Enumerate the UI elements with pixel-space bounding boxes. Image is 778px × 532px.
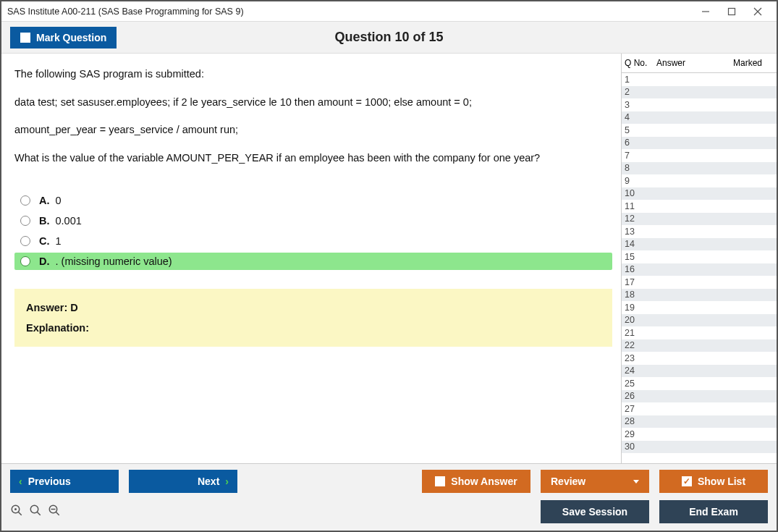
option-label: B. 0.001 <box>39 215 82 227</box>
svg-point-7 <box>30 505 38 513</box>
col-header-qno: Q No. <box>622 54 654 72</box>
question-row[interactable]: 28 <box>622 415 777 428</box>
qno-cell: 6 <box>622 138 654 148</box>
question-line-3: amount_per_year = years_service / amount… <box>14 121 612 139</box>
question-row[interactable]: 10 <box>622 187 777 200</box>
sidebar-body[interactable]: 1234567891011121314151617181920212223242… <box>622 73 777 463</box>
qno-cell: 28 <box>622 416 654 426</box>
question-row[interactable]: 25 <box>622 377 777 390</box>
radio-icon[interactable] <box>20 216 30 226</box>
next-label: Next <box>198 476 219 487</box>
zoom-reset-icon[interactable] <box>10 504 23 520</box>
previous-label: Previous <box>28 476 71 487</box>
maximize-button[interactable] <box>719 3 745 20</box>
question-row[interactable]: 11 <box>622 200 777 213</box>
qno-cell: 4 <box>622 112 654 122</box>
question-row[interactable]: 18 <box>622 289 777 302</box>
previous-button[interactable]: ‹ Previous <box>10 470 119 493</box>
zoom-in-icon[interactable] <box>29 504 42 520</box>
radio-icon[interactable] <box>20 195 30 206</box>
minimize-button[interactable] <box>693 3 719 20</box>
option-c[interactable]: C. 1 <box>14 232 612 250</box>
qno-cell: 15 <box>622 252 654 262</box>
mark-question-button[interactable]: Mark Question <box>10 27 117 48</box>
radio-icon[interactable] <box>20 256 30 266</box>
qno-cell: 13 <box>622 227 654 237</box>
col-header-marked: Marked <box>730 54 777 72</box>
body: The following SAS program is submitted: … <box>1 54 777 463</box>
question-row[interactable]: 3 <box>622 98 777 111</box>
question-row[interactable]: 1 <box>622 73 777 86</box>
qno-cell: 23 <box>622 353 654 363</box>
footer: ‹ Previous Next › Show Answer Review ✓ S… <box>1 463 777 531</box>
app-window: SAS Institute A00-211 (SAS Base Programm… <box>0 0 778 532</box>
radio-icon[interactable] <box>20 236 30 246</box>
question-line-4: What is the value of the variable AMOUNT… <box>14 149 612 167</box>
review-button[interactable]: Review <box>541 470 649 493</box>
question-row[interactable]: 16 <box>622 263 777 276</box>
question-row[interactable]: 6 <box>622 137 777 150</box>
qno-cell: 29 <box>622 429 654 439</box>
question-row[interactable]: 17 <box>622 276 777 289</box>
question-list-sidebar: Q No. Answer Marked 12345678910111213141… <box>621 54 777 463</box>
question-row[interactable]: 5 <box>622 124 777 137</box>
option-b[interactable]: B. 0.001 <box>14 212 612 229</box>
zoom-out-icon[interactable] <box>48 504 61 520</box>
question-row[interactable]: 20 <box>622 314 777 327</box>
question-row[interactable]: 24 <box>622 365 777 378</box>
question-row[interactable]: 27 <box>622 402 777 415</box>
svg-rect-1 <box>729 8 735 14</box>
question-row[interactable]: 26 <box>622 390 777 403</box>
question-text: The following SAS program is submitted: … <box>14 65 612 177</box>
show-answer-button[interactable]: Show Answer <box>422 470 530 493</box>
question-row[interactable]: 13 <box>622 225 777 238</box>
end-exam-label: End Exam <box>689 506 738 518</box>
question-row[interactable]: 14 <box>622 238 777 251</box>
question-row[interactable]: 21 <box>622 326 777 339</box>
checkbox-icon <box>20 33 30 43</box>
qno-cell: 27 <box>622 404 654 414</box>
qno-cell: 2 <box>622 87 654 97</box>
question-row[interactable]: 19 <box>622 301 777 314</box>
show-list-button[interactable]: ✓ Show List <box>659 470 768 493</box>
titlebar: SAS Institute A00-211 (SAS Base Programm… <box>1 1 777 22</box>
mark-question-label: Mark Question <box>36 32 106 43</box>
close-button[interactable] <box>745 3 771 20</box>
col-header-answer: Answer <box>654 54 730 72</box>
question-row[interactable]: 2 <box>622 86 777 99</box>
zoom-controls <box>10 504 61 520</box>
question-row[interactable]: 30 <box>622 441 777 454</box>
qno-cell: 5 <box>622 125 654 135</box>
question-row[interactable]: 23 <box>622 352 777 365</box>
option-label: A. 0 <box>39 195 62 206</box>
question-line-2: data test; set sasuser.employees; if 2 l… <box>14 93 612 111</box>
show-list-label: Show List <box>698 476 745 487</box>
question-row[interactable]: 22 <box>622 339 777 352</box>
show-answer-label: Show Answer <box>451 476 517 487</box>
question-row[interactable]: 15 <box>622 250 777 263</box>
qno-cell: 12 <box>622 214 654 224</box>
qno-cell: 19 <box>622 303 654 313</box>
chevron-right-icon: › <box>225 476 229 487</box>
option-d[interactable]: D. . (missing numeric value) <box>14 253 612 270</box>
chevron-down-icon <box>633 480 639 484</box>
svg-line-8 <box>37 512 41 515</box>
question-row[interactable]: 7 <box>622 149 777 162</box>
question-row[interactable]: 9 <box>622 174 777 187</box>
option-a[interactable]: A. 0 <box>14 192 612 209</box>
next-button[interactable]: Next › <box>129 470 237 493</box>
qno-cell: 17 <box>622 277 654 287</box>
main-pane: The following SAS program is submitted: … <box>1 54 621 463</box>
end-exam-button[interactable]: End Exam <box>659 500 768 523</box>
qno-cell: 21 <box>622 328 654 338</box>
checkbox-icon <box>435 476 445 486</box>
sidebar-header: Q No. Answer Marked <box>622 54 777 73</box>
question-counter: Question 10 of 15 <box>1 30 777 45</box>
option-label: D. . (missing numeric value) <box>39 256 172 267</box>
answer-box: Answer: D Explanation: <box>14 289 612 347</box>
question-row[interactable]: 29 <box>622 428 777 441</box>
question-row[interactable]: 8 <box>622 162 777 175</box>
save-session-button[interactable]: Save Session <box>541 500 649 523</box>
question-row[interactable]: 4 <box>622 111 777 124</box>
question-row[interactable]: 12 <box>622 213 777 226</box>
